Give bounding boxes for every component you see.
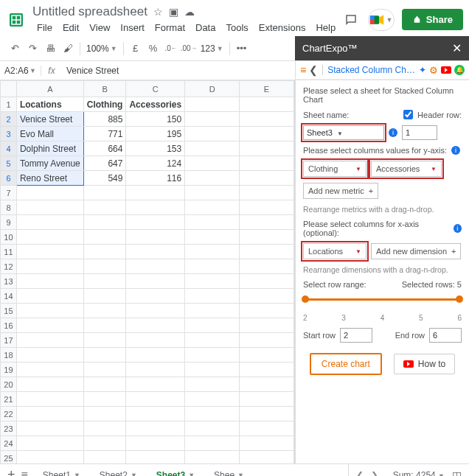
sheet-tab[interactable]: Shee▼ (205, 466, 253, 477)
cell[interactable] (16, 348, 83, 363)
column-header[interactable]: A (16, 81, 83, 97)
start-row-input[interactable]: 2 (340, 328, 372, 343)
end-row-input[interactable]: 6 (429, 328, 462, 343)
cell[interactable] (83, 230, 126, 245)
cell[interactable] (240, 97, 294, 112)
header-row-checkbox[interactable]: Header row: (403, 110, 462, 119)
comments-icon[interactable] (341, 10, 361, 29)
cell[interactable] (185, 436, 240, 451)
meet-button[interactable]: ▼ (368, 9, 395, 31)
cell[interactable] (83, 348, 126, 363)
cell[interactable] (16, 318, 83, 333)
row-header[interactable]: 10 (1, 230, 17, 245)
row-header[interactable]: 7 (1, 186, 17, 200)
row-header[interactable]: 19 (1, 363, 17, 377)
cell[interactable] (240, 436, 294, 451)
cell[interactable] (83, 407, 126, 421)
cell[interactable]: 771 (83, 127, 126, 141)
column-header[interactable]: B (83, 81, 126, 97)
cell[interactable] (126, 333, 185, 348)
cell[interactable] (126, 436, 185, 451)
row-header[interactable]: 22 (1, 407, 17, 421)
cell[interactable] (83, 451, 126, 464)
currency-icon[interactable]: £ (127, 40, 145, 57)
row-header[interactable]: 1 (1, 97, 17, 112)
cell[interactable] (185, 363, 240, 377)
all-sheets-icon[interactable]: ≡ (21, 469, 28, 477)
back-icon[interactable]: ❮ (309, 64, 318, 76)
cell[interactable] (83, 274, 126, 289)
row-header[interactable]: 5 (1, 156, 17, 171)
cell[interactable] (16, 215, 83, 230)
row-header[interactable]: 14 (1, 289, 17, 304)
cell[interactable] (83, 200, 126, 215)
info-icon[interactable]: i (389, 128, 397, 137)
cell[interactable]: 150 (126, 112, 185, 127)
cell[interactable]: Reno Street (16, 171, 83, 186)
cell[interactable] (240, 245, 294, 259)
cell[interactable] (126, 245, 185, 259)
cell[interactable] (240, 377, 294, 392)
column-header[interactable]: C (126, 81, 185, 97)
undo-icon[interactable]: ↶ (6, 40, 24, 57)
cell[interactable] (126, 451, 185, 464)
chart-type-crumb[interactable]: Stacked Column Char... (322, 65, 416, 75)
cell[interactable] (16, 274, 83, 289)
cell[interactable] (185, 245, 240, 259)
cell[interactable] (126, 200, 185, 215)
info-icon[interactable]: i (451, 146, 460, 155)
info-icon[interactable]: i (454, 224, 462, 233)
menu-extensions[interactable]: Extensions (254, 21, 310, 35)
add-metric-button[interactable]: Add new metric+ (303, 183, 378, 199)
row-header[interactable]: 15 (1, 304, 17, 318)
cell[interactable] (240, 318, 294, 333)
cell[interactable] (240, 451, 294, 464)
cell[interactable] (185, 304, 240, 318)
cell[interactable] (83, 304, 126, 318)
sheet-tab[interactable]: Sheet1▼ (34, 466, 89, 477)
number-format-select[interactable]: 123 ▼ (198, 43, 226, 54)
cell[interactable] (126, 274, 185, 289)
cell[interactable] (240, 230, 294, 245)
move-folder-icon[interactable]: ▣ (169, 6, 178, 18)
row-header[interactable]: 16 (1, 318, 17, 333)
cell[interactable] (185, 186, 240, 200)
row-header[interactable]: 8 (1, 200, 17, 215)
cell[interactable] (240, 333, 294, 348)
cell[interactable] (185, 421, 240, 436)
cell[interactable] (83, 289, 126, 304)
sheet-tab[interactable]: Sheet3▼ (147, 466, 204, 477)
aggregate-summary[interactable]: Sum: 4254 ▼ (393, 470, 445, 477)
share-button[interactable]: Share (402, 9, 463, 30)
menu-format[interactable]: Format (150, 21, 190, 35)
cell[interactable]: 195 (126, 127, 185, 141)
close-panel-icon[interactable]: ✕ (452, 41, 462, 55)
row-range-slider[interactable] (305, 295, 460, 308)
cell[interactable] (240, 259, 294, 274)
cell[interactable] (185, 274, 240, 289)
cell[interactable]: Venice Street (16, 112, 83, 127)
notification-icon[interactable]: 🔔 (454, 65, 465, 75)
spreadsheet-grid[interactable]: ABCDE1LocationsClothingAccessories2Venic… (0, 80, 295, 463)
cell[interactable] (126, 215, 185, 230)
cell[interactable] (16, 451, 83, 464)
cell[interactable] (126, 377, 185, 392)
row-header[interactable]: 24 (1, 436, 17, 451)
redo-icon[interactable]: ↷ (24, 40, 41, 57)
menu-view[interactable]: View (85, 21, 114, 35)
cell[interactable] (185, 200, 240, 215)
cell[interactable] (16, 436, 83, 451)
document-title[interactable]: Untitled spreadsheet (32, 4, 147, 19)
cell[interactable] (185, 333, 240, 348)
cell[interactable]: 549 (83, 171, 126, 186)
cell[interactable] (16, 407, 83, 421)
cell[interactable] (185, 156, 240, 171)
toolbar-more-icon[interactable]: ••• (233, 40, 251, 57)
cell[interactable] (126, 407, 185, 421)
cell[interactable] (126, 304, 185, 318)
cell[interactable] (126, 348, 185, 363)
menu-edit[interactable]: Edit (58, 21, 83, 35)
cell[interactable] (185, 97, 240, 112)
cell[interactable] (240, 215, 294, 230)
cell[interactable] (83, 363, 126, 377)
